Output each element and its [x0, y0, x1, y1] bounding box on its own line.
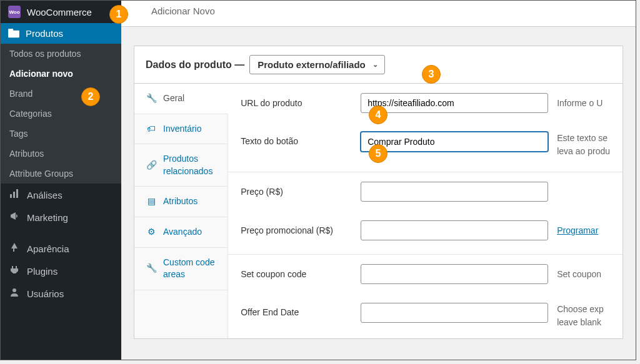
product-data-panel: Dados do produto — Produto externo/afili… — [134, 46, 623, 339]
button-text-label: Texto do botão — [241, 132, 352, 146]
sale-price-label: Preço promocional (R$) — [241, 225, 352, 235]
svg-rect-2 — [10, 194, 12, 198]
link-icon: 🔗 — [146, 159, 157, 172]
sidebar-item-plugins[interactable]: Plugins — [1, 260, 121, 282]
sidebar-sub-add-new[interactable]: Adicionar novo — [1, 64, 121, 84]
coupon-hint: Set coupon — [557, 269, 601, 279]
woocommerce-label: WooCommerce — [27, 7, 92, 17]
button-text-hint-1: Este texto se — [557, 132, 610, 145]
offer-end-label: Offer End Date — [241, 303, 352, 317]
tab-custom-label: Custom code areas — [163, 257, 216, 281]
tab-content-general: URL do produto Informe o U Texto do botã… — [228, 84, 622, 338]
sidebar-item-marketing[interactable]: Marketing — [1, 206, 121, 229]
users-icon — [8, 287, 21, 300]
schedule-link[interactable]: Programar — [557, 225, 598, 235]
sale-price-input[interactable] — [361, 220, 548, 240]
gear-icon: ⚙ — [146, 226, 157, 239]
analytics-icon — [8, 189, 21, 201]
offer-end-hint-1: Choose exp — [557, 303, 604, 316]
products-label: Produtos — [26, 28, 63, 39]
svg-rect-4 — [16, 189, 18, 198]
sidebar-sub-attribute-groups[interactable]: Attribute Groups — [1, 164, 121, 184]
sidebar-sub-brand[interactable]: Brand — [1, 84, 121, 104]
svg-point-5 — [12, 288, 16, 292]
sidebar-item-users[interactable]: Usuários — [1, 282, 121, 305]
offer-end-hint-2: leave blank — [557, 316, 604, 329]
coupon-label: Set coupon code — [241, 269, 352, 279]
woocommerce-icon: Woo — [8, 6, 21, 18]
sidebar-item-products[interactable]: Produtos — [1, 23, 121, 44]
product-type-select[interactable]: Produto externo/afiliado ⌄ — [249, 55, 385, 74]
wrench-icon: 🔧 — [146, 92, 157, 105]
plugins-label: Plugins — [27, 266, 58, 277]
plugins-icon — [8, 265, 21, 277]
marketing-icon — [8, 211, 21, 224]
coupon-code-input[interactable] — [361, 264, 548, 284]
button-text-input[interactable] — [361, 132, 548, 152]
tab-advanced-label: Avançado — [163, 226, 202, 239]
marketing-label: Marketing — [27, 212, 68, 223]
offer-end-date-input[interactable] — [361, 303, 548, 323]
url-label: URL do produto — [241, 98, 352, 108]
sidebar-item-analytics[interactable]: Análises — [1, 184, 121, 206]
callout-badge-2: 2 — [81, 87, 100, 106]
tag-icon: 🏷 — [146, 123, 157, 135]
callout-badge-4: 4 — [369, 106, 388, 124]
price-label: Preço (R$) — [241, 187, 352, 197]
tab-general-label: Geral — [163, 92, 184, 105]
admin-sidebar: Woo WooCommerce Produtos Todos os produt… — [1, 1, 121, 360]
url-hint: Informe o U — [557, 98, 602, 108]
product-data-tabs: 🔧 Geral 🏷 Inventário 🔗 Produtos relacion… — [134, 84, 228, 338]
product-type-value: Produto externo/afiliado — [258, 59, 366, 70]
sidebar-item-appearance[interactable]: Aparência — [1, 237, 121, 260]
svg-rect-0 — [8, 30, 19, 37]
sidebar-item-woocommerce[interactable]: Woo WooCommerce — [1, 1, 121, 23]
button-text-hint-2: leva ao produ — [557, 145, 610, 158]
tab-inventory-label: Inventário — [163, 123, 201, 135]
panel-header: Dados do produto — Produto externo/afili… — [134, 46, 622, 84]
tab-attributes-label: Atributos — [163, 195, 198, 208]
appearance-icon — [8, 242, 21, 255]
sidebar-sub-attributes[interactable]: Atributos — [1, 144, 121, 164]
callout-badge-5: 5 — [369, 144, 388, 163]
appearance-label: Aparência — [27, 243, 69, 254]
users-label: Usuários — [27, 288, 64, 299]
tab-linked-label: Produtos relacionados — [163, 153, 216, 177]
tab-custom-code[interactable]: 🔧 Custom code areas — [134, 248, 228, 290]
sidebar-sub-categories[interactable]: Categorias — [1, 104, 121, 124]
regular-price-input[interactable] — [361, 182, 548, 202]
tab-attributes[interactable]: ▤ Atributos — [134, 187, 228, 217]
svg-rect-3 — [13, 192, 15, 198]
page-subtitle: Adicionar Novo — [121, 1, 636, 27]
main-content: Adicionar Novo Dados do produto — Produt… — [121, 1, 636, 360]
tab-general[interactable]: 🔧 Geral — [134, 84, 228, 114]
products-icon — [8, 29, 19, 39]
tab-inventory[interactable]: 🏷 Inventário — [134, 114, 228, 145]
sidebar-sub-all-products[interactable]: Todos os produtos — [1, 44, 121, 64]
chevron-down-icon: ⌄ — [372, 61, 378, 69]
panel-title: Dados do produto — — [146, 59, 244, 71]
tab-advanced[interactable]: ⚙ Avançado — [134, 217, 228, 248]
svg-rect-1 — [8, 29, 13, 31]
wrench-icon: 🔧 — [146, 262, 157, 275]
analytics-label: Análises — [27, 190, 62, 200]
attributes-icon: ▤ — [146, 195, 157, 208]
tab-linked-products[interactable]: 🔗 Produtos relacionados — [134, 144, 228, 187]
callout-badge-1: 1 — [109, 5, 128, 24]
sidebar-sub-tags[interactable]: Tags — [1, 124, 121, 144]
callout-badge-3: 3 — [422, 65, 441, 84]
product-url-input[interactable] — [361, 93, 548, 113]
